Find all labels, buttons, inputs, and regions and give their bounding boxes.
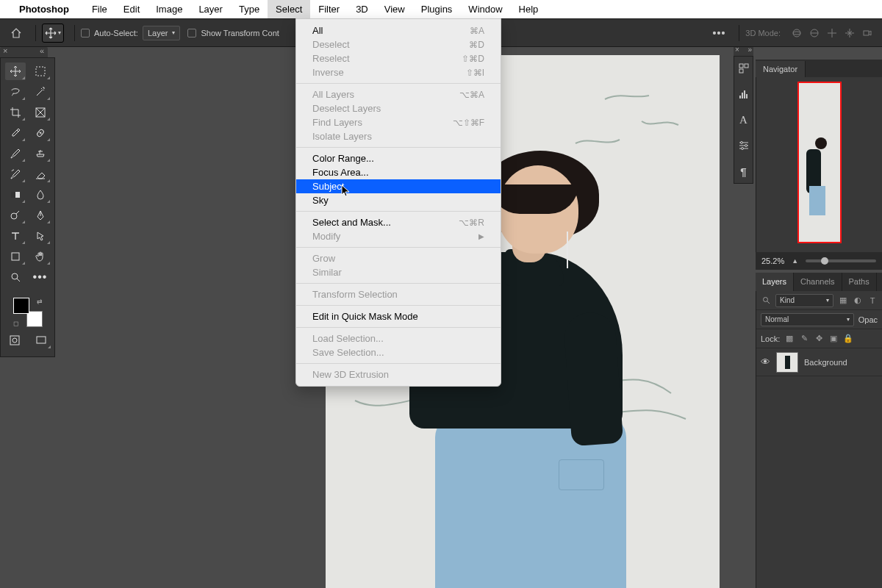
svg-rect-10 [12,253,19,260]
tab-layers[interactable]: Layers [756,273,794,291]
character-icon[interactable]: A [736,112,751,127]
healing-tool[interactable] [30,124,51,142]
clone-stamp-tool[interactable] [30,145,51,162]
eraser-tool[interactable] [30,165,51,183]
lock-pixels-icon[interactable]: ✎ [799,334,809,344]
tab-channels[interactable]: Channels [794,273,842,291]
tool-dock-tab[interactable] [0,47,48,57]
menu-3d[interactable]: 3D [348,0,376,18]
layer-row-background[interactable]: 👁 Background [756,348,882,376]
transform-checkbox[interactable] [187,29,196,37]
menu-filter[interactable]: Filter [310,0,348,18]
zoom-out-icon[interactable]: ▲ [792,257,798,265]
adjustments-icon[interactable] [736,138,751,153]
app-name: Photoshop [19,4,69,15]
navigator-thumbnail[interactable] [797,82,842,243]
paragraph-icon[interactable]: ¶ [736,164,751,179]
search-icon[interactable] [761,295,771,306]
filter-image-icon[interactable]: ▦ [838,295,848,306]
move-tool-icon[interactable]: ▾ [42,24,64,43]
lock-transparency-icon[interactable]: ▩ [784,334,795,344]
chevron-down-icon: ▾ [58,29,61,36]
svg-rect-8 [11,192,15,198]
menubar: Photoshop File Edit Image Layer Type Sel… [0,0,882,18]
hand-tool[interactable] [30,248,51,265]
history-brush-tool[interactable] [5,165,26,183]
screen-mode-tool[interactable] [31,331,51,349]
menu-image[interactable]: Image [148,0,190,18]
histogram-icon[interactable] [736,87,751,101]
menu-plugins[interactable]: Plugins [413,0,461,18]
autoselect-checkbox[interactable] [81,29,90,37]
lock-artboard-icon[interactable]: ▣ [828,334,839,344]
slide-3d-icon[interactable] [843,26,856,40]
menu-item-color-range[interactable]: Color Range... [296,151,501,165]
zoom-slider[interactable] [806,259,876,262]
autoselect-dropdown[interactable]: Layer ▾ [143,26,181,40]
menu-item-edit-in-quick-mask-mode[interactable]: Edit in Quick Mask Mode [296,309,501,323]
navigator-tab[interactable]: Navigator [756,61,806,77]
menu-layer[interactable]: Layer [190,0,231,18]
move-tool[interactable] [5,62,26,80]
blend-mode-dropdown[interactable]: Normal▾ [761,313,854,326]
gradient-tool[interactable] [5,186,26,204]
lock-position-icon[interactable]: ✥ [814,334,824,344]
menu-type[interactable]: Type [231,0,268,18]
menu-view[interactable]: View [376,0,413,18]
frame-tool[interactable] [30,104,51,121]
menu-item-subject[interactable]: Subject [296,179,501,193]
menu-item-select-and-mask[interactable]: Select and Mask...⌥⌘R [296,215,501,229]
menu-item-label: Load Selection... [312,333,484,344]
orbit-3d-icon[interactable] [790,26,803,40]
brush-tool[interactable] [5,145,26,162]
zoom-value: 25.2% [761,257,784,265]
menu-item-sky[interactable]: Sky [296,193,501,207]
menu-item-all[interactable]: All⌘A [296,24,501,37]
home-icon[interactable] [6,24,26,43]
svg-rect-20 [744,90,745,98]
magic-wand-tool[interactable] [30,83,51,101]
blur-tool[interactable] [30,186,51,204]
dodge-tool[interactable] [5,207,26,224]
layer-thumbnail[interactable] [776,352,798,373]
marquee-tool[interactable] [30,62,51,80]
menu-separator [296,83,501,84]
eyedropper-tool[interactable] [5,124,26,142]
pen-tool[interactable] [30,207,51,224]
shape-tool[interactable] [5,248,26,265]
menu-item-label: Color Range... [312,153,484,164]
lasso-tool[interactable] [5,83,26,101]
camera-3d-icon[interactable] [861,26,874,40]
menu-help[interactable]: Help [511,0,547,18]
menu-item-isolate-layers: Isolate Layers [296,129,501,143]
color-swatches[interactable]: ⇄ ◻ [13,298,43,327]
menu-edit[interactable]: Edit [115,0,148,18]
more-options-icon[interactable]: ••• [713,27,726,39]
libraries-icon[interactable] [736,61,751,76]
right-strip-header[interactable]: ×» [734,47,753,56]
pan-3d-icon[interactable] [825,26,839,40]
swap-colors-icon[interactable]: ⇄ [37,298,43,305]
roll-3d-icon[interactable] [808,26,821,40]
lock-all-icon[interactable]: 🔒 [843,334,853,344]
menu-window[interactable]: Window [460,0,510,18]
3d-mode-label: 3D Mode: [745,29,781,37]
layers-tabbar: Layers Channels Paths [756,273,882,291]
zoom-tool[interactable] [5,268,26,286]
default-colors-icon[interactable]: ◻ [13,320,18,327]
kind-filter-dropdown[interactable]: Kind▾ [775,294,833,307]
quick-mask-tool[interactable] [4,331,25,349]
filter-adjust-icon[interactable]: ◐ [853,295,863,306]
type-tool[interactable] [5,227,26,245]
path-selection-tool[interactable] [30,227,51,245]
crop-tool[interactable] [5,104,26,121]
tab-paths[interactable]: Paths [842,273,877,291]
menu-file[interactable]: File [84,0,115,18]
filter-type-icon[interactable]: T [867,295,878,306]
menu-select[interactable]: Select [268,0,310,18]
foreground-color-swatch[interactable] [13,298,29,314]
edit-toolbar[interactable]: ••• [30,268,51,286]
menu-item-focus-area[interactable]: Focus Area... [296,165,501,179]
visibility-icon[interactable]: 👁 [761,356,770,368]
menu-item-label: Focus Area... [312,167,484,178]
